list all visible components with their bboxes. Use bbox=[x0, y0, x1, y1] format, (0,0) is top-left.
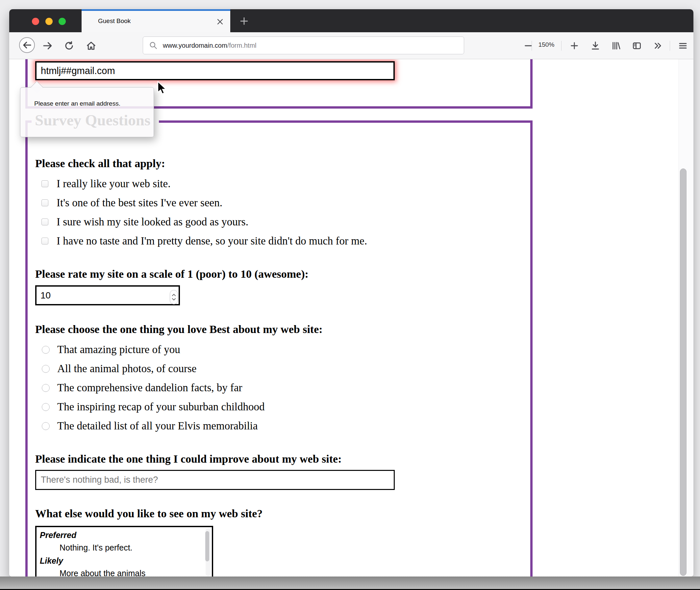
page-scrollbar-thumb[interactable] bbox=[680, 169, 687, 576]
screenshot-root: Guest Book bbox=[0, 0, 700, 590]
radio-button[interactable] bbox=[42, 346, 50, 354]
tab-bar: Guest Book bbox=[9, 9, 693, 32]
radio-button[interactable] bbox=[42, 384, 50, 392]
checkbox[interactable] bbox=[41, 237, 48, 244]
rating-number-input[interactable] bbox=[35, 285, 180, 305]
url-text: www.yourdomain.com/form.html bbox=[163, 42, 257, 50]
home-icon[interactable] bbox=[84, 38, 98, 53]
number-spinner[interactable] bbox=[170, 290, 178, 304]
navigation-toolbar: www.yourdomain.com/form.html 150% bbox=[9, 32, 693, 59]
window-close-button[interactable] bbox=[32, 18, 39, 25]
window-bottom-shadow bbox=[0, 577, 700, 589]
listbox-scrollbar-track[interactable] bbox=[206, 528, 211, 576]
checkbox[interactable] bbox=[41, 180, 48, 187]
tooltip-arrow bbox=[30, 81, 43, 94]
checkbox-label[interactable]: I sure wish my site looked as good as yo… bbox=[56, 216, 248, 228]
url-bar[interactable]: www.yourdomain.com/form.html bbox=[143, 36, 464, 54]
hamburger-menu-icon[interactable] bbox=[676, 38, 690, 53]
new-tab-button[interactable] bbox=[237, 14, 251, 28]
radio-label[interactable]: The comprehensive dandelion facts, by fa… bbox=[57, 382, 242, 394]
checkbox-label[interactable]: I really like your web site. bbox=[56, 178, 170, 190]
toolbar-separator bbox=[670, 41, 670, 51]
select-section-heading: What else would you like to see on my we… bbox=[35, 507, 262, 520]
reload-icon[interactable] bbox=[62, 38, 76, 53]
tab-close-icon[interactable] bbox=[215, 17, 225, 27]
mouse-cursor bbox=[157, 81, 168, 95]
tab-guest-book[interactable]: Guest Book bbox=[82, 9, 230, 32]
library-icon[interactable] bbox=[609, 38, 623, 53]
spinner-up-icon bbox=[172, 294, 176, 296]
radio-label[interactable]: The inspiring recap of your suburban chi… bbox=[57, 401, 265, 413]
listbox-option[interactable]: Nothing. It's perfect. bbox=[60, 543, 133, 553]
validation-tooltip: Please enter an email address. bbox=[20, 87, 154, 137]
tab-title: Guest Book bbox=[98, 17, 131, 25]
browser-window: Guest Book bbox=[9, 9, 693, 577]
checkbox-section-heading: Please check all that apply: bbox=[35, 157, 165, 170]
url-domain: www.yourdomain.com bbox=[163, 42, 227, 49]
checkbox[interactable] bbox=[41, 218, 48, 225]
suggestions-listbox[interactable]: Preferred Nothing. It's perfect. Likely … bbox=[35, 526, 213, 577]
radio-button[interactable] bbox=[42, 422, 50, 430]
zoom-level-indicator[interactable]: 150% bbox=[533, 41, 560, 48]
radio-label[interactable]: That amazing picture of you bbox=[57, 343, 180, 356]
toolbar-separator bbox=[532, 41, 532, 51]
spinner-down-icon bbox=[172, 298, 176, 301]
improve-section-heading: Please indicate the one thing I could im… bbox=[35, 453, 342, 465]
radio-button[interactable] bbox=[42, 365, 50, 373]
tooltip-message: Please enter an email address. bbox=[34, 100, 120, 107]
window-zoom-button[interactable] bbox=[59, 18, 66, 25]
optgroup-label: Likely bbox=[40, 556, 63, 566]
radio-label[interactable]: The detailed list of all your Elvis memo… bbox=[57, 420, 257, 432]
rating-section-heading: Please rate my site on a scale of 1 (poo… bbox=[35, 268, 309, 280]
listbox-scrollbar-thumb[interactable] bbox=[205, 531, 209, 561]
radio-button[interactable] bbox=[42, 403, 50, 411]
optgroup-label: Preferred bbox=[40, 530, 76, 540]
improve-text-input[interactable] bbox=[35, 470, 395, 490]
zoom-in-button[interactable] bbox=[567, 38, 582, 53]
forward-button[interactable] bbox=[40, 38, 55, 53]
sidebar-toggle-icon[interactable] bbox=[629, 38, 644, 53]
downloads-icon[interactable] bbox=[588, 38, 603, 53]
page-scrollbar-track[interactable] bbox=[679, 59, 693, 577]
page-viewport: Survey Questions Please enter an email a… bbox=[9, 59, 679, 577]
fieldset-contact-border-right bbox=[530, 59, 533, 109]
url-path: /form.html bbox=[227, 42, 257, 49]
checkbox-label[interactable]: It's one of the best sites I've ever see… bbox=[56, 197, 222, 209]
search-icon bbox=[149, 41, 157, 50]
listbox-option[interactable]: More about the animals bbox=[60, 569, 145, 577]
fieldset-survey-border-left bbox=[25, 120, 28, 577]
email-field[interactable] bbox=[35, 61, 395, 80]
back-button[interactable] bbox=[19, 37, 35, 53]
radio-section-heading: Please choose the one thing you love Bes… bbox=[35, 323, 323, 336]
overflow-menu-icon[interactable] bbox=[651, 38, 665, 53]
checkbox[interactable] bbox=[41, 199, 48, 206]
fieldset-survey-border-right bbox=[530, 120, 533, 577]
window-minimize-button[interactable] bbox=[45, 18, 52, 25]
radio-label[interactable]: All the animal photos, of course bbox=[57, 363, 196, 375]
checkbox-label[interactable]: I have no taste and I'm pretty dense, so… bbox=[56, 235, 367, 247]
toolbar-separator bbox=[561, 41, 562, 51]
